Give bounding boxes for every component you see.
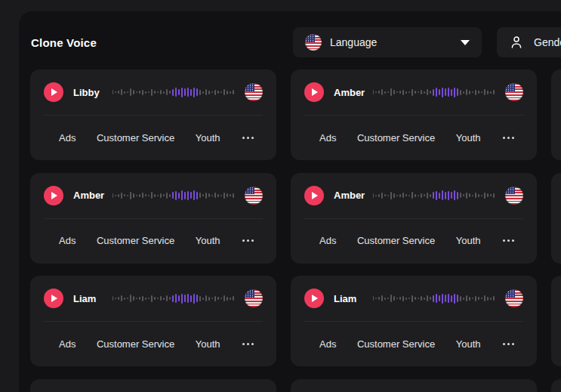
voice-card-partial[interactable] [551,276,561,366]
us-flag-icon [245,187,263,205]
language-filter-label: Language [330,36,377,48]
gender-filter-label: Gender [534,36,561,48]
play-button[interactable] [44,186,63,205]
voice-card-partial[interactable] [551,173,561,264]
person-icon [509,35,524,50]
voice-card-partial[interactable] [291,379,537,392]
tag[interactable]: Youth [196,132,220,144]
voice-name: Liam [73,293,105,304]
ellipsis-icon [503,239,505,242]
voice-card-header: Liam [291,276,537,321]
voice-card-partial[interactable] [551,69,561,160]
voice-card[interactable]: Liam AdsCustomer ServiceYouth [30,276,276,366]
gender-filter-button[interactable]: Gender [497,27,561,57]
tag-list: AdsCustomer ServiceYouth [30,322,276,366]
us-flag-icon [505,83,523,101]
voice-name: Amber [334,190,365,201]
waveform [373,292,496,304]
tag[interactable]: Customer Service [97,235,174,246]
tag[interactable]: Youth [456,235,481,246]
voice-card-partial[interactable] [30,379,276,392]
voice-card-header: Amber [291,173,537,218]
page-title: Clone Voice [31,36,97,49]
voice-card[interactable]: Amber AdsCustomer ServiceYouth [30,173,276,264]
voice-card-header: Liam [30,276,276,321]
play-icon [312,295,318,302]
voice-name: Liam [334,293,365,304]
tag[interactable]: Ads [319,338,336,350]
tag[interactable]: Customer Service [357,235,435,246]
voice-name: Libby [73,87,105,98]
voice-card[interactable]: Amber AdsCustomer ServiceYouth [291,69,537,160]
voice-card[interactable]: Amber AdsCustomer ServiceYouth [291,173,537,264]
ellipsis-icon [503,343,505,345]
play-icon [312,192,318,199]
us-flag-icon [245,83,263,101]
voice-card[interactable]: Liam AdsCustomer ServiceYouth [291,276,537,366]
ellipsis-icon [242,137,245,139]
tag[interactable]: Ads [319,132,336,144]
language-filter-button[interactable]: Language [293,27,482,57]
voice-card-grid: Libby AdsCustomer ServiceYouth Amber Ads… [30,69,561,392]
waveform [113,86,236,98]
more-tags-button[interactable] [241,238,255,243]
play-icon [51,295,57,302]
waveform [113,190,236,202]
tag-list: AdsCustomer ServiceYouth [291,219,537,263]
voice-card-header: Libby [30,69,276,115]
more-tags-button[interactable] [501,341,516,347]
tag-list: AdsCustomer ServiceYouth [291,116,537,159]
more-tags-button[interactable] [241,135,255,140]
waveform [113,292,236,304]
play-button[interactable] [44,82,63,102]
tag[interactable]: Ads [319,235,336,246]
play-button[interactable] [304,82,324,102]
waveform [373,190,496,202]
more-tags-button[interactable] [501,135,516,140]
play-icon [51,88,57,96]
ellipsis-icon [242,343,245,345]
tag[interactable]: Youth [196,235,220,246]
tag[interactable]: Ads [59,338,76,350]
us-flag-icon [305,34,322,51]
ellipsis-icon [503,137,505,139]
voice-name: Amber [73,190,105,201]
waveform [373,86,496,98]
tag-list: AdsCustomer ServiceYouth [291,322,537,366]
more-tags-button[interactable] [501,238,516,243]
main-panel: Clone Voice Language Gender Libby A [19,11,561,392]
voice-card[interactable]: Libby AdsCustomer ServiceYouth [30,69,276,160]
voice-card-partial[interactable] [551,379,561,392]
tag[interactable]: Ads [59,132,76,144]
voice-card-header: Amber [291,69,537,115]
us-flag-icon [505,289,523,307]
tag[interactable]: Youth [456,338,481,350]
us-flag-icon [505,187,523,205]
tag[interactable]: Customer Service [97,132,174,144]
play-button[interactable] [304,186,324,205]
tag[interactable]: Customer Service [357,338,435,350]
play-button[interactable] [44,289,63,308]
tag[interactable]: Ads [59,235,76,246]
ellipsis-icon [242,239,245,242]
us-flag-icon [245,289,263,307]
more-tags-button[interactable] [241,341,255,347]
tag[interactable]: Customer Service [97,338,174,350]
play-icon [312,88,318,96]
tag[interactable]: Youth [456,132,481,144]
caret-down-icon [461,40,470,45]
voice-card-header: Amber [30,173,276,218]
voice-name: Amber [334,87,365,98]
tag-list: AdsCustomer ServiceYouth [30,219,276,263]
tag-list: AdsCustomer ServiceYouth [30,116,276,159]
play-button[interactable] [304,289,324,308]
play-icon [51,192,57,199]
tag[interactable]: Youth [196,338,220,350]
tag[interactable]: Customer Service [357,132,435,144]
